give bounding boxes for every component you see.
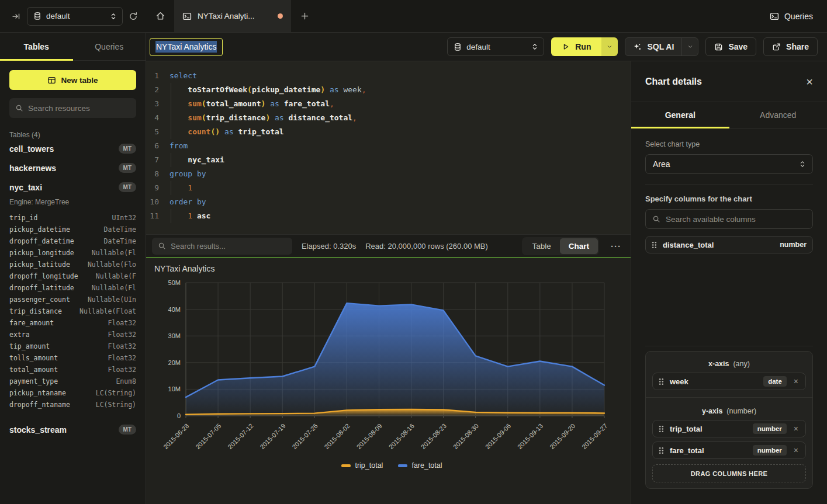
run-button[interactable]: Run [551,37,601,56]
topbar-database-selector[interactable]: default [27,7,123,26]
column-name: pickup_latitude [9,260,70,269]
queries-button[interactable]: Queries [770,12,813,21]
results-search[interactable] [152,238,292,255]
query-title-input[interactable]: NYTaxi Analytics [150,38,223,56]
column-type: Enum8 [116,377,136,385]
chart-title: NYTaxi Analytics [154,264,631,273]
collapse-sidebar-icon[interactable] [12,12,21,21]
columns-label: Specify columns for the chart [645,194,813,203]
column-name: dropoff_ntaname [9,401,70,409]
view-tab-table[interactable]: Table [523,238,559,254]
database-icon [454,43,462,51]
columns-search[interactable] [645,209,813,229]
column-chip-fare_total[interactable]: fare_total number× [652,442,806,459]
view-tab-chart[interactable]: Chart [560,238,598,254]
query-database-selector[interactable]: default [447,37,544,56]
search-icon [652,215,660,223]
sparkle-icon [633,43,642,51]
home-button[interactable] [146,0,174,32]
legend-item-trip_total[interactable]: trip_total [341,461,383,470]
remove-column-icon[interactable]: × [793,446,800,455]
column-type: Float32 [108,331,136,339]
column-name: dropoff_datetime [9,237,74,245]
results-search-input[interactable] [171,242,286,251]
line-number: 7 [146,153,169,167]
svg-text:2015-07-26: 2015-07-26 [290,422,319,450]
sql-ai-options-button[interactable] [681,38,698,55]
sidebar-search[interactable] [9,98,136,118]
column-type: Nullable(Fl [92,284,136,292]
svg-text:2015-08-02: 2015-08-02 [323,422,351,450]
svg-text:2015-08-30: 2015-08-30 [452,422,480,450]
column-row: tolls_amount Float32 [9,352,136,364]
save-button[interactable]: Save [705,37,756,56]
chart-type-label: Select chart type [645,140,813,148]
panel-tab-advanced[interactable]: Advanced [729,102,827,128]
legend-swatch [341,464,351,467]
column-name: trip_total [670,425,747,433]
svg-text:40M: 40M [168,306,181,313]
sidebar-tab-queries[interactable]: Queries [73,33,146,60]
more-options-icon[interactable]: ··· [608,241,624,251]
table-name: hackernews [9,164,56,173]
column-name: pickup_ntaname [9,389,66,397]
table-item-nyc_taxi[interactable]: nyc_taxi MT [9,178,136,197]
share-button[interactable]: Share [763,37,818,56]
query-tab[interactable]: NYTaxi Analyti... [174,0,291,32]
remove-column-icon[interactable]: × [793,424,800,433]
drag-handle-icon[interactable] [652,241,657,249]
chevron-down-icon [687,44,693,50]
new-table-button[interactable]: New table [9,70,136,90]
column-name: fare_total [670,446,747,455]
divider [646,397,812,398]
sql-editor[interactable]: 1 select 2 toStartOfWeek(pickup_datetime… [146,61,631,234]
column-chip-trip_total[interactable]: trip_total number× [652,420,806,437]
sidebar-tab-tables[interactable]: Tables [0,33,73,60]
svg-text:2015-09-13: 2015-09-13 [516,422,544,450]
legend-item-fare_total[interactable]: fare_total [398,461,442,470]
column-row: tip_amount Float32 [9,340,136,352]
columns-search-input[interactable] [666,215,806,224]
sql-ai-button[interactable]: SQL AI [625,38,681,55]
code-line: 5 count() as trip_total [146,125,631,139]
sidebar-search-input[interactable] [28,104,130,113]
column-row: fare_amount Float32 [9,317,136,329]
home-icon [155,11,165,21]
save-icon [714,43,723,51]
svg-text:2015-07-05: 2015-07-05 [194,422,222,450]
close-icon[interactable]: × [806,76,813,88]
svg-text:2015-09-06: 2015-09-06 [484,422,512,450]
column-name: fare_amount [9,319,54,327]
panel-tab-general[interactable]: General [631,102,729,128]
column-chip-week[interactable]: week date× [652,373,806,390]
column-row: payment_type Enum8 [9,376,136,387]
terminal-icon [182,12,192,21]
remove-column-icon[interactable]: × [793,377,800,386]
column-name: trip_id [9,214,37,222]
drop-zone[interactable]: DRAG COLUMNS HERE [652,464,806,482]
chart-type-select[interactable]: Area [645,154,813,174]
drag-handle-icon[interactable] [659,447,664,454]
svg-text:2015-09-20: 2015-09-20 [548,422,576,450]
code-line: 3 sum(total_amount) as fare_total, [146,97,631,111]
drag-handle-icon[interactable] [659,425,664,433]
svg-text:0: 0 [177,412,181,419]
results-chart[interactable]: 0 10M 20M 30M 40M 50M 2015-06-28 2015-07… [153,276,629,458]
chart-section: NYTaxi Analytics 0 10M 20M 30M 40M 50M 2… [146,257,631,504]
refresh-icon[interactable] [129,12,138,21]
drag-handle-icon[interactable] [659,378,664,385]
column-type-badge: date [763,376,787,387]
table-item-hackernews[interactable]: hackernews MT [9,158,136,178]
chart-type-value: Area [653,159,670,169]
column-row: pickup_longitude Nullable(Fl [9,247,136,259]
column-row: dropoff_datetime DateTime [9,235,136,247]
column-type: LC(String) [96,401,136,409]
column-row: dropoff_ntaname LC(String) [9,399,136,411]
column-name: pickup_longitude [9,249,74,257]
line-number: 1 [146,69,169,83]
new-tab-button[interactable] [291,0,318,32]
column-chip-distance_total[interactable]: distance_total number [645,236,813,253]
run-options-button[interactable] [601,37,618,56]
table-item-cell_towers[interactable]: cell_towers MT [9,139,136,158]
table-item-stocks_stream[interactable]: stocks_stream MT [9,420,136,439]
